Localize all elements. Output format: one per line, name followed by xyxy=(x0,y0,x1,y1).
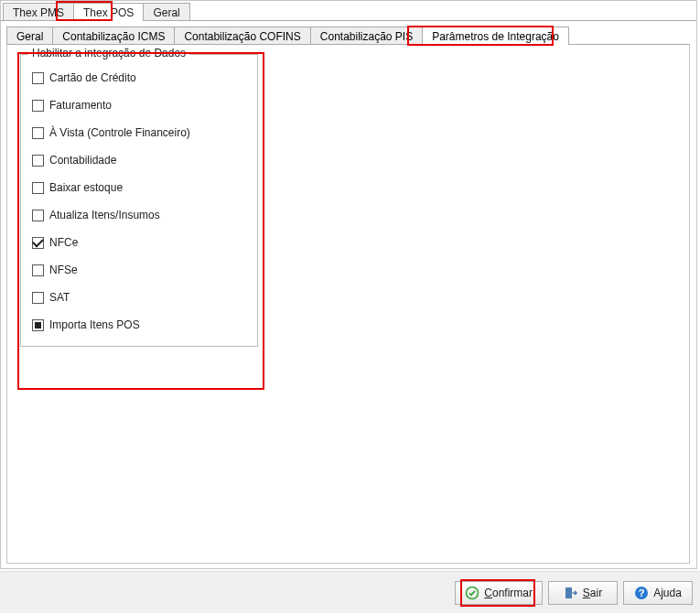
fieldset-legend: Habilitar a integração de Dados xyxy=(28,47,189,59)
check-circle-icon xyxy=(465,586,479,600)
fieldset-integracao-dados: Habilitar a integração de Dados Cartão d… xyxy=(20,54,258,347)
checkbox-icon xyxy=(32,72,44,84)
tab-thex-pms[interactable]: Thex PMS xyxy=(3,3,74,21)
check-faturamento[interactable]: Faturamento xyxy=(32,99,246,112)
help-icon: ? xyxy=(634,586,649,600)
check-label: Cartão de Crédito xyxy=(49,71,136,84)
checkbox-icon xyxy=(32,210,44,221)
tab-geral[interactable]: Geral xyxy=(6,27,53,45)
outer-panel: Thex PMS Thex POS Geral Geral Contabiliz… xyxy=(0,0,697,569)
checkbox-icon xyxy=(32,319,44,331)
check-sat[interactable]: SAT xyxy=(32,291,246,304)
help-button[interactable]: ? Ajuda xyxy=(623,581,693,605)
button-label: Confirmar xyxy=(484,587,533,599)
check-label: Importa Itens POS xyxy=(49,318,140,331)
check-label: SAT xyxy=(49,291,70,304)
bottom-bar: Confirmar Sair ? Ajuda xyxy=(0,571,700,613)
check-label: Faturamento xyxy=(49,99,112,112)
check-nfce[interactable]: NFCe xyxy=(32,236,246,249)
button-label: Ajuda xyxy=(653,587,682,599)
svg-rect-1 xyxy=(565,587,572,598)
checkbox-icon xyxy=(32,264,44,276)
check-label: NFCe xyxy=(49,236,78,249)
tab-geral-outer[interactable]: Geral xyxy=(143,3,189,21)
check-cartao-credito[interactable]: Cartão de Crédito xyxy=(32,71,246,84)
check-label: Baixar estoque xyxy=(49,181,123,194)
check-nfse[interactable]: NFSe xyxy=(32,264,246,276)
checkbox-icon xyxy=(32,155,44,167)
exit-icon xyxy=(564,586,578,600)
confirm-button[interactable]: Confirmar xyxy=(455,581,543,605)
checkbox-icon xyxy=(32,100,44,112)
checkbox-icon xyxy=(32,182,44,194)
check-label: Atualiza Itens/Insumos xyxy=(49,209,160,221)
checkbox-icon xyxy=(32,237,44,249)
inner-tab-content: Habilitar a integração de Dados Cartão d… xyxy=(6,44,690,564)
button-label: Sair xyxy=(583,587,602,599)
inner-tabs: Geral Contabilização ICMS Contabilização… xyxy=(6,25,691,45)
check-baixar-estoque[interactable]: Baixar estoque xyxy=(32,181,246,194)
checkbox-icon xyxy=(32,127,44,139)
tab-thex-pos[interactable]: Thex POS xyxy=(73,3,144,21)
tab-contab-cofins[interactable]: Contabilização COFINS xyxy=(174,27,310,45)
tab-contab-pis[interactable]: Contabilização PIS xyxy=(310,27,423,45)
checkbox-icon xyxy=(32,292,44,304)
check-label: NFSe xyxy=(49,264,78,276)
tab-contab-icms[interactable]: Contabilização ICMS xyxy=(52,27,175,45)
check-a-vista[interactable]: À Vista (Controle Financeiro) xyxy=(32,126,246,139)
check-label: Contabilidade xyxy=(49,154,116,167)
outer-tabs: Thex PMS Thex POS Geral xyxy=(1,1,696,21)
check-label: À Vista (Controle Financeiro) xyxy=(49,126,190,139)
tab-parametros-integracao[interactable]: Parâmetros de Integração xyxy=(422,27,569,45)
exit-button[interactable]: Sair xyxy=(548,581,618,605)
svg-text:?: ? xyxy=(639,587,645,598)
check-importa-itens-pos[interactable]: Importa Itens POS xyxy=(32,318,246,331)
check-contabilidade[interactable]: Contabilidade xyxy=(32,154,246,167)
outer-tab-content: Geral Contabilização ICMS Contabilização… xyxy=(1,20,696,567)
check-atualiza-itens[interactable]: Atualiza Itens/Insumos xyxy=(32,209,246,221)
